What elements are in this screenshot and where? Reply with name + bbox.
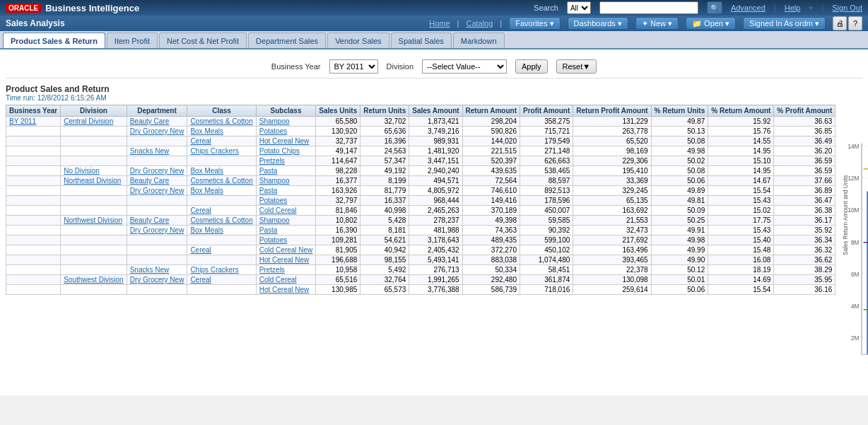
sales-analysis-title: Sales Analysis	[6, 18, 65, 28]
table-row: CerealCold Cereal New81,90540,9422,405,4…	[6, 245, 835, 255]
table-row: Hot Cereal New196,68898,1555,493,141883,…	[6, 255, 835, 265]
th-return-profit: Return Profit Amount	[573, 105, 651, 117]
svg-text:10M: 10M	[848, 207, 860, 214]
table-container: Business Year Division Department Class …	[6, 105, 835, 390]
tab-bar: Product Sales & Return Item Profit Net C…	[0, 31, 868, 50]
table-row: No DivisionDry Grocery NewBox MealsPasta…	[6, 166, 835, 176]
table-row: Dry Grocery NewBox MealsPasta16,3908,181…	[6, 226, 835, 235]
table-row: Northeast DivisionBeauty CareCosmetics &…	[6, 176, 835, 186]
th-pct-return-units: % Return Units	[651, 105, 708, 117]
tab-department-sales[interactable]: Department Sales	[248, 33, 326, 48]
th-division: Division	[61, 105, 127, 117]
th-department: Department	[127, 105, 187, 117]
tab-markdown[interactable]: Markdown	[453, 33, 505, 48]
tab-product-sales[interactable]: Product Sales & Return	[3, 33, 105, 48]
tab-spatial-sales[interactable]: Spatial Sales	[391, 33, 452, 48]
th-class: Class	[187, 105, 256, 117]
division-label: Division	[387, 62, 414, 71]
table-row: Dry Grocery NewBox MealsPasta163,92681,7…	[6, 186, 835, 196]
home-link[interactable]: Home	[429, 19, 450, 28]
main-layout: Business Year Division Department Class …	[6, 105, 862, 390]
svg-text:2M: 2M	[851, 335, 860, 342]
th-return-units: Return Units	[360, 105, 409, 117]
table-row: Snacks NewChips CrackersPotato Chips49,1…	[6, 146, 835, 156]
search-scope-select[interactable]: All	[567, 1, 591, 14]
print-icon[interactable]: 🖨	[833, 16, 847, 30]
table-row: Potatoes109,28154,6213,178,643489,435599…	[6, 235, 835, 245]
top-bar: ORACLE Business Intelligence Search All …	[0, 0, 868, 16]
division-select[interactable]: --Select Value--	[422, 59, 507, 74]
help-link[interactable]: Help	[785, 4, 801, 12]
bi-title: Business Intelligence	[45, 3, 534, 13]
svg-text:4M: 4M	[851, 303, 860, 310]
report-time: Time run: 12/8/2012 6:15:26 AM	[6, 94, 862, 102]
th-sales-units: Sales Units	[316, 105, 360, 117]
th-year: Business Year	[6, 105, 61, 117]
svg-text:6M: 6M	[851, 272, 860, 278]
data-table: Business Year Division Department Class …	[6, 105, 835, 295]
svg-text:12M: 12M	[848, 175, 860, 182]
table-row: Potatoes32,79716,337968,444149,416178,59…	[6, 196, 835, 206]
table-row: Hot Cereal New130,98565,5733,776,388586,…	[6, 285, 835, 295]
report-header: Product Sales and Return Time run: 12/8/…	[6, 84, 862, 102]
chart-container: Sales Return Amount and Units 14M 12M 10…	[841, 105, 868, 390]
svg-text:14M: 14M	[848, 144, 860, 150]
chart-area: 14M 12M 10M 8M 6M 4M 2M 63.00 54.00 45.0…	[841, 121, 868, 390]
search-input[interactable]	[599, 1, 698, 14]
reset-button[interactable]: Reset▼	[556, 59, 597, 74]
tab-vendor-sales[interactable]: Vendor Sales	[327, 33, 389, 48]
business-year-select[interactable]: BY 2011	[329, 59, 378, 74]
new-btn[interactable]: ✦ New ▾	[635, 17, 679, 30]
top-nav-right: Search All 🔍 Advanced | Help ▾ | Sign Ou…	[534, 1, 862, 14]
tab-item-profit[interactable]: Item Profit	[107, 33, 158, 48]
report-title: Product Sales and Return	[6, 84, 862, 94]
favorites-btn[interactable]: Favorites ▾	[509, 17, 560, 30]
advanced-link[interactable]: Advanced	[731, 4, 766, 12]
second-bar-nav: Home | Catalog | Favorites ▾ Dashboards …	[429, 16, 862, 30]
toolbar-icons: 🖨 ?	[833, 16, 862, 30]
dashboards-btn[interactable]: Dashboards ▾	[568, 17, 628, 30]
th-subclass: Subclass	[256, 105, 316, 117]
signed-in-btn[interactable]: Signed In As ordm ▾	[743, 17, 826, 30]
th-pct-return-amount: % Return Amount	[708, 105, 774, 117]
help-icon[interactable]: ?	[848, 16, 862, 30]
table-row: CerealCold Cereal81,84640,9982,465,26337…	[6, 206, 835, 216]
table-row: BY 2011Central DivisionBeauty CareCosmet…	[6, 117, 835, 127]
content-area: Business Year BY 2011 Division --Select …	[0, 50, 868, 395]
th-return-amount: Return Amount	[462, 105, 520, 117]
second-bar: Sales Analysis Home | Catalog | Favorite…	[0, 16, 868, 31]
table-row: Snacks NewChips CrackersPretzels10,9585,…	[6, 265, 835, 275]
table-row: Southwest DivisionDry Grocery NewCerealC…	[6, 275, 835, 285]
chart-svg: 14M 12M 10M 8M 6M 4M 2M 63.00 54.00 45.0…	[841, 121, 868, 390]
chart-title: Sales Return Amount and Units	[841, 105, 868, 115]
apply-button[interactable]: Apply	[515, 59, 548, 74]
search-label: Search	[534, 4, 558, 12]
open-btn[interactable]: 📁 Open ▾	[686, 17, 736, 30]
table-row: CerealHot Cereal New32,73716,396989,9311…	[6, 136, 835, 146]
table-row: Dry Grocery NewBox MealsPotatoes130,9206…	[6, 127, 835, 136]
catalog-link[interactable]: Catalog	[466, 19, 493, 28]
th-profit-amount: Profit Amount	[520, 105, 573, 117]
svg-text:Sales Return Amount and Units: Sales Return Amount and Units	[843, 175, 849, 255]
table-row: Northwest DivisionBeauty CareCosmetics &…	[6, 216, 835, 226]
th-sales-amount: Sales Amount	[409, 105, 462, 117]
signout-link[interactable]: Sign Out	[832, 4, 862, 12]
search-button[interactable]: 🔍	[707, 1, 722, 14]
tab-net-cost[interactable]: Net Cost & Net Profit	[159, 33, 247, 48]
svg-text:8M: 8M	[851, 240, 860, 246]
filter-row: Business Year BY 2011 Division --Select …	[6, 55, 862, 78]
th-pct-profit: % Profit Amount	[774, 105, 835, 117]
business-year-label: Business Year	[271, 62, 321, 71]
table-row: Pretzels114,64757,3473,447,151520,397626…	[6, 156, 835, 166]
oracle-logo: ORACLE	[6, 4, 41, 13]
